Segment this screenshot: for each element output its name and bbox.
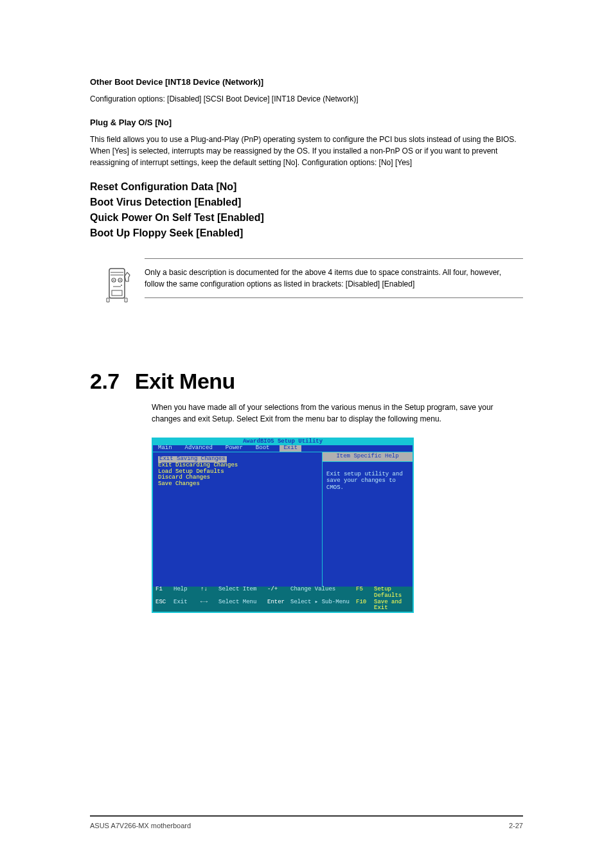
callout-text: Only a basic description is documented f… [145,267,523,290]
key-plusminus: -/+ [267,587,289,599]
bios-menu-main[interactable]: Main [158,445,172,452]
pnp-os-heading: Plug & Play O/S [No] [90,118,523,127]
key-enter-label: Select ▸ Sub-Menu [290,599,355,612]
key-f10: F10 [356,599,373,612]
footer-right: 2-27 [509,822,523,829]
footer-left: ASUS A7V266-MX motherboard [90,822,191,829]
bios-help-heading: Item Specific Help [323,452,413,462]
note-callout: Only a basic description is documented f… [90,258,523,298]
pnp-os-desc: This field allows you to use a Plug-and-… [90,134,523,168]
item-1: Reset Configuration Data [No] [90,181,236,192]
key-enter: Enter [267,599,289,612]
key-updown-label: Select Item [218,587,266,599]
section-number: 2.7 [90,369,120,394]
boot-device-desc: Configuration options: [Disabled] [SCSI … [90,93,523,105]
page-footer: ASUS A7V266-MX motherboard 2-27 [90,815,523,829]
bios-left-panel: Exit Saving Changes Exit Discarding Chan… [153,452,323,587]
item-2: Boot Virus Detection [Enabled] [90,197,241,208]
svg-point-8 [121,285,122,286]
item-4: Boot Up Floppy Seek [Enabled] [90,227,243,238]
item-3: Quick Power On Self Test [Enabled] [90,212,264,223]
section-title: Exit Menu [135,369,235,394]
key-esc: ESC [155,599,172,612]
key-leftright: ←→ [200,599,217,612]
bios-screenshot: AwardBIOS Setup Utility Main Advanced Po… [152,438,414,613]
bios-menubar: Main Advanced Power Boot Exit [153,445,413,452]
svg-point-6 [120,279,121,281]
bios-menu-boot[interactable]: Boot [256,445,270,452]
bios-item-save-changes[interactable]: Save Changes [158,481,317,488]
bios-menu-advanced[interactable]: Advanced [185,445,213,452]
bios-menu-exit[interactable]: Exit [280,445,301,452]
section-heading: 2.7 Exit Menu [90,369,523,394]
bios-right-panel: Item Specific Help Exit setup utility an… [323,452,413,587]
key-esc-label: Exit [173,599,199,612]
bios-menu-power[interactable]: Power [226,445,243,452]
key-updown: ↑↓ [200,587,217,599]
svg-point-4 [113,279,114,281]
bios-help-text: Exit setup utility and save your changes… [323,462,413,500]
key-leftright-label: Select Menu [218,599,266,612]
key-f5-label: Setup Defaults [374,587,410,599]
boot-device-heading: Other Boot Device [INT18 Device (Network… [90,77,523,87]
key-f10-label: Save and Exit [374,599,410,612]
key-f5: F5 [356,587,373,599]
section-intro: When you have made all of your selection… [152,402,523,425]
key-plusminus-label: Change Values [290,587,355,599]
bios-footer: F1 Help ↑↓ Select Item -/+ Change Values… [153,587,413,612]
svg-rect-9 [112,290,122,296]
robot-note-icon [103,266,135,305]
key-f1: F1 [155,587,172,599]
key-f1-label: Help [173,587,199,599]
